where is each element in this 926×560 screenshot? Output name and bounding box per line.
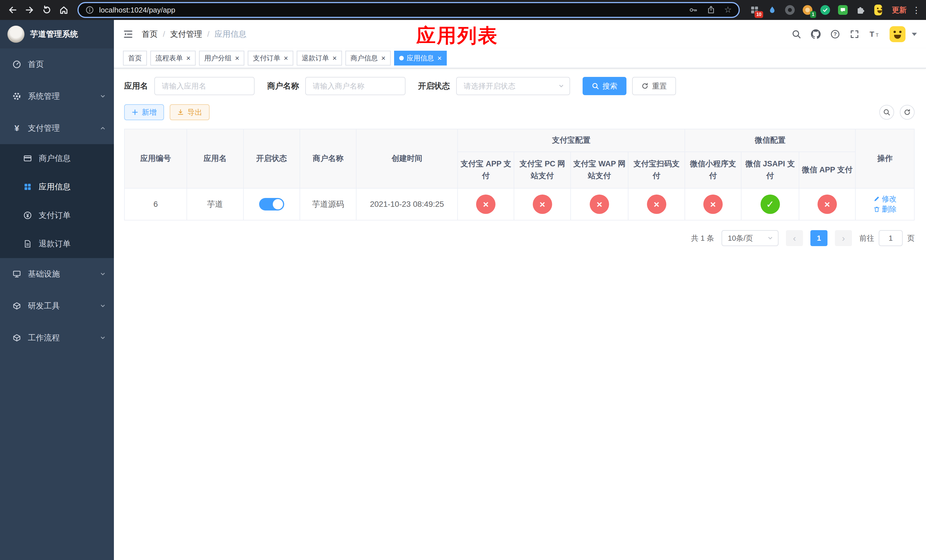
- close-icon[interactable]: [381, 54, 386, 62]
- font-size-icon[interactable]: TT: [869, 29, 880, 39]
- search-icon[interactable]: [791, 29, 801, 39]
- col-app-name: 应用名: [187, 129, 243, 188]
- box-icon: [12, 333, 22, 342]
- status-switch[interactable]: [259, 198, 284, 210]
- navbar: 首页 支付管理 应用信息 ? TT: [114, 20, 926, 48]
- app-name-input[interactable]: [154, 77, 254, 95]
- next-page-button[interactable]: [835, 230, 852, 246]
- hamburger-icon[interactable]: [123, 29, 133, 39]
- breadcrumb-payment[interactable]: 支付管理: [170, 29, 210, 39]
- delete-link[interactable]: 删除: [873, 204, 897, 214]
- app-name-label: 应用名: [124, 80, 148, 91]
- tag-app-info[interactable]: 应用信息: [394, 51, 447, 65]
- col-wechat-jsapi: 微信 JSAPI 支付: [741, 152, 799, 188]
- browser-update-button[interactable]: 更新: [888, 3, 910, 17]
- avatar-caret-icon[interactable]: [912, 33, 917, 36]
- share-icon[interactable]: [707, 5, 716, 15]
- app-table: 应用编号 应用名 开启状态 商户名称 创建时间 支付宝配置 微信配置 操作 支付…: [124, 129, 915, 221]
- tag-process-form[interactable]: 流程表单: [150, 51, 196, 65]
- extensions-row: 10 1: [746, 4, 887, 16]
- extension-badge: 10: [755, 11, 763, 18]
- chevron-down-icon: [100, 271, 106, 277]
- breadcrumb-home[interactable]: 首页: [142, 29, 165, 39]
- config-status-icon: ×: [817, 195, 837, 214]
- close-icon[interactable]: [333, 54, 337, 62]
- sidebar-item-payment[interactable]: 支付管理: [0, 112, 114, 144]
- blocks-extension-icon[interactable]: 10: [749, 4, 760, 16]
- sidebar-item-workflow[interactable]: 工作流程: [0, 322, 114, 354]
- sidebar-item-refund-orders[interactable]: 退款订单: [0, 230, 114, 258]
- cell-merchant: 芋道源码: [300, 188, 356, 220]
- sidebar-item-dev-tools[interactable]: 研发工具: [0, 290, 114, 322]
- help-icon[interactable]: ?: [830, 29, 840, 39]
- app-title: 芋道管理系统: [30, 29, 78, 39]
- page-1-button[interactable]: 1: [810, 230, 828, 246]
- page-size-select[interactable]: 10条/页: [722, 230, 779, 246]
- fullscreen-icon[interactable]: [850, 29, 859, 39]
- col-operations: 操作: [855, 129, 914, 188]
- tag-merchant-info[interactable]: 商户信息: [345, 51, 391, 65]
- puzzle-extension-icon[interactable]: [855, 4, 866, 16]
- add-button[interactable]: 新增: [124, 104, 164, 120]
- col-status: 开启状态: [244, 129, 300, 188]
- github-icon[interactable]: [811, 29, 821, 39]
- close-icon[interactable]: [284, 54, 288, 62]
- face-extension-icon[interactable]: [873, 4, 884, 16]
- sidebar-item-infrastructure[interactable]: 基础设施: [0, 258, 114, 290]
- close-icon[interactable]: [235, 54, 239, 62]
- search-button[interactable]: 搜索: [583, 77, 626, 95]
- gear-icon: [12, 92, 22, 101]
- chat-extension-icon[interactable]: [837, 4, 849, 16]
- export-button[interactable]: 导出: [170, 104, 210, 120]
- sidebar: 芋道管理系统 首页 系统管理 支付管理: [0, 20, 114, 560]
- tag-home[interactable]: 首页: [123, 51, 147, 65]
- profile-badge: 1: [810, 11, 816, 18]
- refresh-icon[interactable]: [900, 105, 915, 120]
- svg-text:T: T: [876, 33, 878, 38]
- sidebar-item-merchant-info[interactable]: 商户信息: [0, 144, 114, 173]
- sidebar-item-app-info[interactable]: 应用信息: [0, 173, 114, 201]
- yen-icon: [12, 124, 22, 132]
- tag-user-group[interactable]: 用户分组: [199, 51, 244, 65]
- monitor-icon: [12, 269, 22, 278]
- browser-menu-icon[interactable]: [911, 5, 921, 15]
- close-icon[interactable]: [186, 54, 191, 62]
- password-key-icon[interactable]: [689, 5, 698, 15]
- address-bar[interactable]: localhost:1024/pay/app: [77, 2, 740, 18]
- svg-text:T: T: [870, 30, 874, 39]
- drop-extension-icon[interactable]: [767, 4, 778, 16]
- status-select[interactable]: 请选择开启状态: [456, 77, 570, 95]
- browser-reload-button[interactable]: [39, 2, 54, 18]
- browser-chrome: localhost:1024/pay/app 10 1: [0, 0, 926, 20]
- browser-home-button[interactable]: [56, 2, 72, 18]
- payment-submenu: 商户信息 应用信息 支付订单 退款订单: [0, 144, 114, 258]
- avatar[interactable]: [890, 26, 905, 42]
- browser-back-button[interactable]: [5, 2, 21, 18]
- dark-circle-extension-icon[interactable]: [784, 4, 796, 16]
- pagination: 共 1 条 10条/页 1 前往 页: [124, 230, 915, 246]
- sidebar-item-home[interactable]: 首页: [0, 48, 114, 80]
- sidebar-item-pay-orders[interactable]: 支付订单: [0, 201, 114, 230]
- edit-link[interactable]: 修改: [873, 194, 897, 204]
- profile-extension-icon[interactable]: 1: [802, 4, 813, 16]
- close-icon[interactable]: [437, 54, 442, 62]
- cell-app-id: 6: [124, 188, 187, 220]
- tag-pay-orders[interactable]: 支付订单: [248, 51, 293, 65]
- tags-bar: 首页 流程表单 用户分组 支付订单 退款订单 商户信息 应用信息: [114, 48, 926, 68]
- bookmark-star-icon[interactable]: [724, 5, 732, 15]
- tag-refund-orders[interactable]: 退款订单: [297, 51, 342, 65]
- browser-forward-button[interactable]: [22, 2, 38, 18]
- merchant-name-input[interactable]: [305, 77, 406, 95]
- sidebar-logo[interactable]: 芋道管理系统: [0, 20, 114, 48]
- site-info-icon[interactable]: [85, 6, 94, 14]
- col-alipay-app: 支付宝 APP 支付: [458, 152, 514, 188]
- goto-page-input[interactable]: [879, 230, 903, 246]
- config-status-icon: ×: [647, 195, 666, 214]
- url-text[interactable]: localhost:1024/pay/app: [99, 6, 684, 15]
- green-circle-extension-icon[interactable]: [820, 4, 831, 16]
- prev-page-button[interactable]: [786, 230, 803, 246]
- reset-button[interactable]: 重置: [632, 77, 676, 95]
- col-app-id: 应用编号: [124, 129, 187, 188]
- sidebar-item-system[interactable]: 系统管理: [0, 80, 114, 112]
- toggle-search-icon[interactable]: [879, 105, 894, 120]
